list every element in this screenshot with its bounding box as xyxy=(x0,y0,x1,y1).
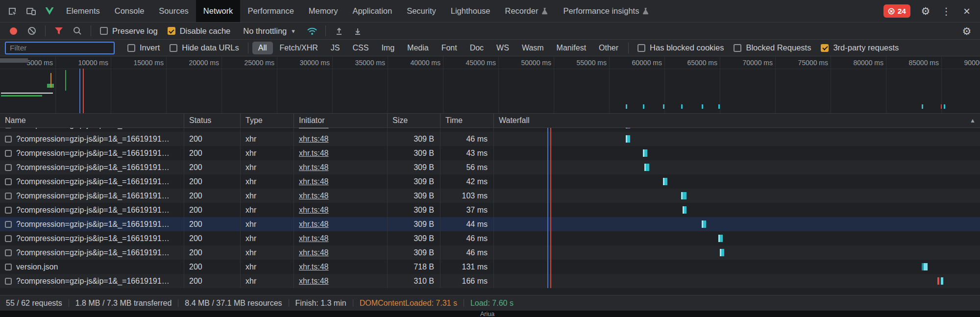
type-cell: xhr xyxy=(241,160,294,174)
network-settings-gear-icon[interactable]: ⚙ xyxy=(957,23,976,39)
time-cell: 56 ms xyxy=(441,160,494,174)
column-header-initiator[interactable]: Initiator xyxy=(294,114,388,127)
column-header-type[interactable]: Type xyxy=(241,114,294,127)
filter-type-css[interactable]: CSS xyxy=(346,42,374,54)
ruler-label: 25000 ms xyxy=(245,59,274,67)
disable-cache-checkbox[interactable]: Disable cache xyxy=(168,26,231,36)
tab-elements[interactable]: Elements xyxy=(59,0,107,22)
tab-sources[interactable]: Sources xyxy=(151,0,196,22)
table-row[interactable]: ?compression=gzip-js&ip=1&_=16619191…200… xyxy=(0,189,980,203)
has-blocked-cookies-checkbox[interactable]: Has blocked cookies xyxy=(637,43,724,52)
checkbox-box xyxy=(734,44,741,52)
initiator-link[interactable]: xhr.ts:48 xyxy=(299,234,328,243)
invert-checkbox[interactable]: Invert xyxy=(127,43,160,52)
checkbox-box xyxy=(170,44,177,52)
tab-performance[interactable]: Performance xyxy=(240,0,301,22)
error-count-badge[interactable]: 24 xyxy=(883,4,910,18)
ruler-gridline xyxy=(111,56,111,114)
tab-security[interactable]: Security xyxy=(399,0,443,22)
ruler-gridline xyxy=(609,56,610,114)
filter-type-all[interactable]: All xyxy=(252,42,273,54)
filter-funnel-icon xyxy=(54,27,63,35)
inspect-element-button[interactable] xyxy=(3,3,22,20)
filter-toggle-button[interactable] xyxy=(49,23,68,39)
initiator-link[interactable]: xhr.ts:48 xyxy=(299,128,328,129)
tab-network[interactable]: Network xyxy=(196,0,241,22)
initiator-cell: xhr.ts:48 xyxy=(294,245,388,260)
initiator-link[interactable]: xhr.ts:48 xyxy=(299,206,328,215)
table-row[interactable]: version.json200xhrxhr.ts:48718 B131 ms xyxy=(0,260,980,274)
tab-application[interactable]: Application xyxy=(345,0,399,22)
preserve-log-checkbox[interactable]: Preserve log xyxy=(100,26,158,36)
column-header-size[interactable]: Size xyxy=(388,114,441,127)
kebab-menu-icon[interactable]: ⋮ xyxy=(937,3,956,20)
table-row[interactable]: ?compression=gzip-js&ip=1&_=16619191…200… xyxy=(0,245,980,260)
network-overview[interactable]: 5000 ms10000 ms15000 ms20000 ms25000 ms3… xyxy=(0,56,980,114)
import-har-button[interactable] xyxy=(330,23,348,39)
ruler-label: 60000 ms xyxy=(632,59,662,67)
filter-type-media[interactable]: Media xyxy=(401,42,435,54)
waterfall-bar xyxy=(644,164,649,171)
table-row[interactable]: ?compression=gzip-js&ip=1&_=16619191…200… xyxy=(0,160,980,174)
table-row[interactable]: ?compression=gzip-js&ip=1&_=16619191…200… xyxy=(0,203,980,217)
checkbox-label: Preserve log xyxy=(112,26,158,36)
filter-type-font[interactable]: Font xyxy=(436,42,463,54)
column-header-waterfall[interactable]: Waterfall ▲ xyxy=(494,114,980,127)
filter-type-other[interactable]: Other xyxy=(593,42,624,54)
tab-console[interactable]: Console xyxy=(107,0,152,22)
filter-type-fetch-xhr[interactable]: Fetch/XHR xyxy=(274,42,324,54)
filter-type-manifest[interactable]: Manifest xyxy=(551,42,592,54)
ruler-label: 20000 ms xyxy=(189,59,219,67)
close-devtools-icon[interactable]: × xyxy=(957,3,976,20)
filter-type-img[interactable]: Img xyxy=(375,42,400,54)
export-har-button[interactable] xyxy=(348,23,367,39)
initiator-link[interactable]: xhr.ts:48 xyxy=(299,163,328,172)
table-row[interactable]: ?compression=gzip-js&ip=1&_=16619191…200… xyxy=(0,132,980,146)
initiator-link[interactable]: xhr.ts:48 xyxy=(299,248,328,257)
initiator-link[interactable]: xhr.ts:48 xyxy=(299,277,328,286)
ruler-gridline xyxy=(554,56,554,114)
search-button[interactable] xyxy=(68,23,87,39)
tab-recorder[interactable]: Recorder xyxy=(498,0,556,22)
throttling-select[interactable]: No throttling ▾ xyxy=(243,26,295,36)
clear-network-log-button[interactable] xyxy=(23,23,41,39)
filter-type-ws[interactable]: WS xyxy=(490,42,515,54)
filter-type-js[interactable]: JS xyxy=(325,42,346,54)
initiator-link[interactable]: xhr.ts:48 xyxy=(299,220,328,229)
type-cell: xhr xyxy=(241,132,294,146)
device-toolbar-button[interactable] xyxy=(22,3,40,20)
table-row[interactable]: ?compression=gzip-js&ip=1&_=16619191…200… xyxy=(0,274,980,288)
table-row[interactable]: ?compression=gzip-js&ip=1&_=16619191…200… xyxy=(0,128,980,132)
table-row[interactable]: ?compression=gzip-js&ip=1&_=16619191…200… xyxy=(0,146,980,160)
waterfall-cell xyxy=(494,132,980,146)
initiator-link[interactable]: xhr.ts:48 xyxy=(299,149,328,158)
filter-type-doc[interactable]: Doc xyxy=(464,42,490,54)
column-header-name[interactable]: Name xyxy=(0,114,184,127)
waterfall-bar-segment xyxy=(703,220,706,228)
table-row[interactable]: ?compression=gzip-js&ip=1&_=16619191…200… xyxy=(0,174,980,189)
network-conditions-button[interactable] xyxy=(303,23,321,39)
filter-input[interactable] xyxy=(5,42,115,54)
filter-type-wasm[interactable]: Wasm xyxy=(516,42,550,54)
column-header-status[interactable]: Status xyxy=(184,114,241,127)
initiator-link[interactable]: xhr.ts:48 xyxy=(299,177,328,186)
tab-performance-insights[interactable]: Performance insights xyxy=(556,0,657,22)
name-cell: ?compression=gzip-js&ip=1&_=16619191… xyxy=(0,146,184,160)
table-row[interactable]: ?compression=gzip-js&ip=1&_=16619191…200… xyxy=(0,217,980,231)
tab-memory[interactable]: Memory xyxy=(301,0,345,22)
initiator-link[interactable]: xhr.ts:48 xyxy=(299,192,328,200)
column-header-time[interactable]: Time xyxy=(441,114,494,127)
tab-label: Lighthouse xyxy=(451,6,490,16)
initiator-link[interactable]: xhr.ts:48 xyxy=(299,135,328,144)
third-party-requests-checkbox[interactable]: 3rd-party requests xyxy=(821,43,899,52)
record-network-log-button[interactable] xyxy=(4,23,23,39)
initiator-cell: xhr.ts:48 xyxy=(294,146,388,160)
initiator-link[interactable]: xhr.ts:48 xyxy=(299,263,328,271)
tab-label: Security xyxy=(407,6,436,16)
table-row[interactable]: ?compression=gzip-js&ip=1&_=16619191…200… xyxy=(0,231,980,245)
hide-data-urls-checkbox[interactable]: Hide data URLs xyxy=(170,43,239,52)
tab-lighthouse[interactable]: Lighthouse xyxy=(443,0,498,22)
blocked-requests-checkbox[interactable]: Blocked Requests xyxy=(734,43,811,52)
settings-gear-icon[interactable]: ⚙ xyxy=(916,3,935,20)
vue-devtools-extension-icon[interactable] xyxy=(40,3,59,20)
